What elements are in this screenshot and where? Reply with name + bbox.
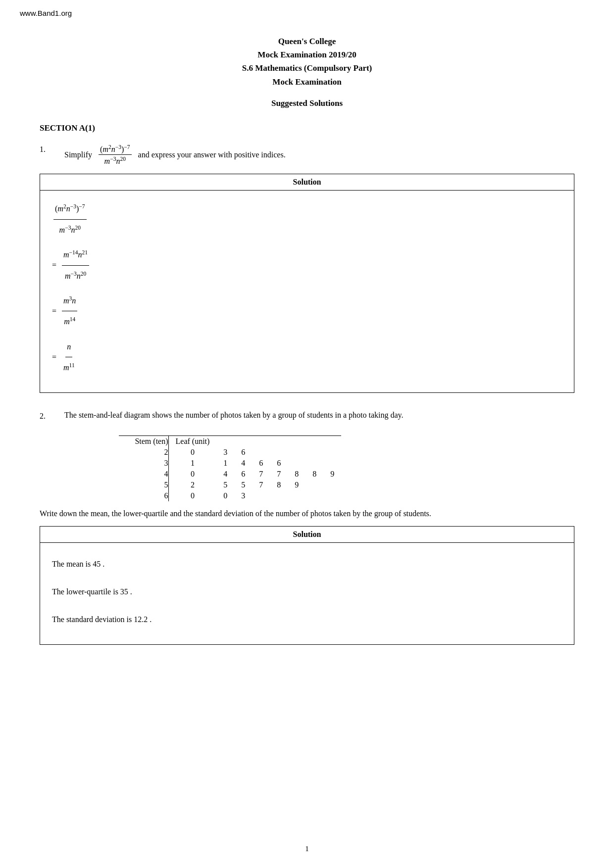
leaf-5-6: 9 [288, 480, 306, 490]
q1-step-3: = n m11 [52, 338, 562, 378]
stem-row-6: 6 0 0 3 [119, 490, 341, 501]
question-2-block: 2. The stem-and-leaf diagram shows the n… [40, 411, 574, 645]
question-1-row: 1. Simplify (m2n−3)−7 m−3n20 and express… [40, 144, 574, 166]
q2-quartile: The lower-quartile is 35 . [52, 579, 562, 602]
q1-step3-num: n [65, 338, 72, 357]
subject-title: S.6 Mathematics (Compulsory Part) [40, 61, 574, 75]
q1-step1-num: m−14n21 [62, 245, 89, 265]
leaf-3-1: 1 [168, 458, 216, 469]
leaf-4-6: 8 [288, 469, 306, 480]
leaf-5-1: 2 [168, 480, 216, 490]
q2-mean: The mean is 45 . [52, 552, 562, 575]
suggested-solutions-heading: Suggested Solutions [40, 98, 574, 108]
leaf-5-4: 7 [252, 480, 270, 490]
q1-step3-den: m11 [62, 357, 76, 377]
stem-2: 2 [119, 447, 168, 458]
leaf-5-3: 5 [234, 480, 252, 490]
college-name: Queen's College [40, 35, 574, 48]
q1-step3-frac: n m11 [62, 338, 76, 378]
website-url: www.Band1.org [20, 9, 72, 17]
section-heading: SECTION A(1) [40, 123, 574, 133]
stem-3: 3 [119, 458, 168, 469]
question-2-number: 2. [40, 411, 64, 421]
leaf-3-2: 1 [216, 458, 234, 469]
leaf-3-4: 6 [252, 458, 270, 469]
q1-step2-den: m14 [62, 311, 77, 331]
q1-step1-den: m−3n20 [63, 266, 88, 286]
q2-write-down: Write down the mean, the lower-quartile … [40, 509, 574, 518]
q1-step0-frac: (m2n−3)−7 m−3n20 [53, 199, 87, 240]
q1-step2-frac: m3n m14 [62, 291, 77, 332]
exam-title: Mock Examination 2019/20 [40, 48, 574, 61]
stem-leaf-wrapper: Stem (ten) Leaf (unit) 2 0 3 6 3 1 [69, 435, 574, 501]
q2-solution-header: Solution [40, 527, 574, 543]
leaf-4-4: 7 [252, 469, 270, 480]
leaf-header: Leaf (unit) [168, 435, 216, 447]
q1-fraction: (m2n−3)−7 m−3n20 [99, 144, 132, 166]
q1-step0-den: m−3n20 [58, 220, 82, 240]
simplify-label: Simplify [64, 150, 92, 159]
mock-exam-label: Mock Examination [40, 75, 574, 89]
q1-step-0: (m2n−3)−7 m−3n20 [52, 199, 562, 240]
q1-numerator: (m2n−3)−7 [99, 144, 132, 155]
q1-step1-frac: m−14n21 m−3n20 [62, 245, 89, 286]
q2-solution-content: The mean is 45 . The lower-quartile is 3… [40, 543, 574, 644]
leaf-4-7: 8 [306, 469, 323, 480]
leaf-3-3: 4 [234, 458, 252, 469]
leaf-4-1: 0 [168, 469, 216, 480]
leaf-2-3: 6 [234, 447, 252, 458]
question-1-block: 1. Simplify (m2n−3)−7 m−3n20 and express… [40, 144, 574, 393]
q1-solution-content: (m2n−3)−7 m−3n20 = m−14n21 m−3n20 [40, 191, 574, 392]
stem-row-2: 2 0 3 6 [119, 447, 341, 458]
q1-step0-num: (m2n−3)−7 [53, 199, 87, 219]
q2-std: The standard deviation is 12.2 . [52, 607, 562, 630]
leaf-3-5: 6 [270, 458, 288, 469]
stem-header: Stem (ten) [119, 435, 168, 447]
stem-6: 6 [119, 490, 168, 501]
q1-step-1: = m−14n21 m−3n20 [52, 245, 562, 286]
stem-leaf-header-row: Stem (ten) Leaf (unit) [119, 435, 341, 447]
question-2-text: The stem-and-leaf diagram shows the numb… [64, 411, 404, 420]
leaf-4-2: 4 [216, 469, 234, 480]
leaf-6-3: 3 [234, 490, 252, 501]
q1-solution-header: Solution [40, 174, 574, 191]
leaf-6-2: 0 [216, 490, 234, 501]
document-header: Queen's College Mock Examination 2019/20… [40, 35, 574, 89]
stem-4: 4 [119, 469, 168, 480]
question-1-text: Simplify (m2n−3)−7 m−3n20 and express yo… [64, 144, 286, 166]
stem-5: 5 [119, 480, 168, 490]
q1-solution-box: Solution (m2n−3)−7 m−3n20 = m−14 [40, 174, 574, 392]
leaf-4-5: 7 [270, 469, 288, 480]
leaf-6-1: 0 [168, 490, 216, 501]
leaf-2-2: 3 [216, 447, 234, 458]
leaf-4-8: 9 [323, 469, 341, 480]
stem-row-3: 3 1 1 4 6 6 [119, 458, 341, 469]
question-2-row: 2. The stem-and-leaf diagram shows the n… [40, 411, 574, 428]
stem-row-4: 4 0 4 6 7 7 8 8 9 [119, 469, 341, 480]
q1-suffix: and express your answer with positive in… [138, 150, 286, 159]
leaf-5-2: 5 [216, 480, 234, 490]
q1-step-2: = m3n m14 [52, 291, 562, 332]
q1-denominator: m−3n20 [103, 155, 127, 166]
leaf-4-3: 6 [234, 469, 252, 480]
stem-row-5: 5 2 5 5 7 8 9 [119, 480, 341, 490]
question-1-number: 1. [40, 144, 64, 154]
leaf-5-5: 8 [270, 480, 288, 490]
leaf-2-1: 0 [168, 447, 216, 458]
q2-solution-box: Solution The mean is 45 . The lower-quar… [40, 526, 574, 645]
page-number: 1 [40, 845, 574, 853]
stem-leaf-table: Stem (ten) Leaf (unit) 2 0 3 6 3 1 [119, 435, 341, 501]
q1-step2-num: m3n [62, 291, 77, 311]
